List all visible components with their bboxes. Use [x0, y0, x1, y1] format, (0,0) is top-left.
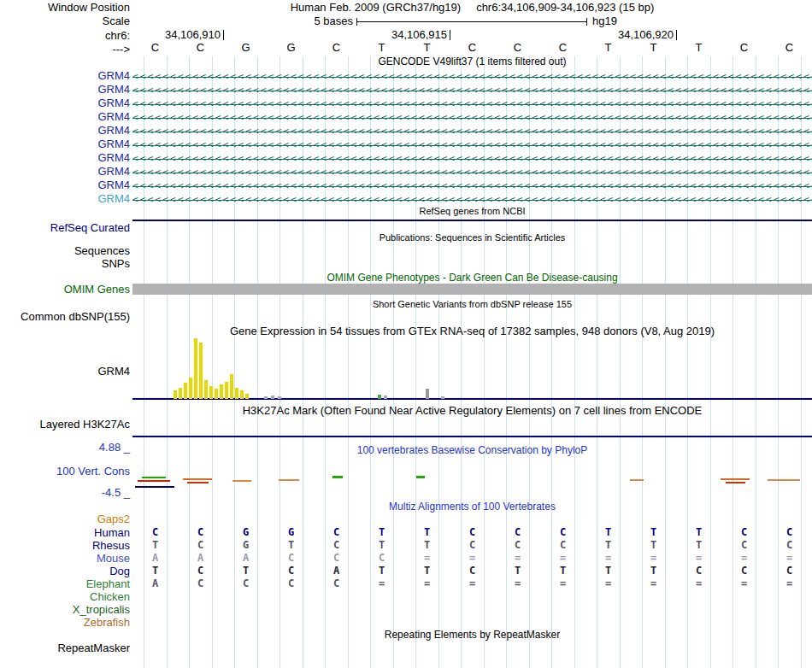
gtex-expression-bar[interactable]	[194, 338, 197, 399]
conservation-mark	[138, 480, 170, 482]
gtex-gene-label[interactable]: GRM4	[0, 366, 130, 377]
gencode-transcript-label[interactable]: GRM4	[0, 166, 130, 177]
omim-track-header[interactable]: OMIM Gene Phenotypes - Dark Green Can Be…	[132, 272, 812, 284]
ruler-tick	[676, 30, 677, 40]
gtex-expression-bar[interactable]	[209, 386, 213, 399]
alignment-base: T	[268, 539, 314, 552]
multiz-species-label[interactable]: Human	[0, 527, 130, 538]
gtex-expression-bar[interactable]	[378, 395, 381, 399]
refseq-track-header[interactable]: RefSeq genes from NCBI	[132, 206, 812, 217]
gtex-expression-bar[interactable]	[225, 382, 228, 399]
gtex-expression-bar[interactable]	[384, 396, 387, 399]
gtex-expression-bar[interactable]	[426, 389, 429, 399]
gencode-transcript-row[interactable]: <<<<<<<<<<<<<<<<<<<<<<<<<<<<<<<<<<<<<<<<…	[132, 179, 812, 193]
assembly-name: Human Feb. 2009 (GRCh37/hg19)	[291, 2, 461, 13]
gencode-transcript-row[interactable]: <<<<<<<<<<<<<<<<<<<<<<<<<<<<<<<<<<<<<<<<…	[132, 84, 812, 97]
conservation-mark	[721, 478, 750, 480]
multiz-track-header[interactable]: Multiz Alignments of 100 Vertebrates	[132, 501, 812, 513]
alignment-base: T	[359, 539, 404, 552]
gtex-expression-bar[interactable]	[189, 378, 192, 399]
snps-label[interactable]: SNPs	[0, 258, 130, 269]
gencode-transcript-label[interactable]: GRM4	[0, 84, 130, 95]
gencode-transcript-label[interactable]: GRM4	[0, 111, 130, 122]
gtex-expression-bar[interactable]	[240, 390, 244, 399]
gencode-transcript-row[interactable]: <<<<<<<<<<<<<<<<<<<<<<<<<<<<<<<<<<<<<<<<…	[132, 152, 812, 166]
gtex-expression-bar[interactable]	[245, 394, 249, 399]
refseq-curated-track-line[interactable]	[132, 220, 812, 221]
conservation-mark	[332, 476, 343, 478]
gtex-expression-bar[interactable]	[235, 388, 238, 399]
repeatmasker-label[interactable]: RepeatMasker	[0, 642, 130, 653]
multiz-species-label[interactable]: Elephant	[0, 578, 130, 589]
gtex-expression-bar[interactable]	[441, 396, 444, 399]
gencode-transcript-label[interactable]: GRM4	[0, 152, 130, 163]
multiz-species-label[interactable]: Rhesus	[0, 540, 130, 551]
gtex-expression-bar[interactable]	[264, 396, 268, 399]
conservation-mark	[768, 479, 800, 481]
gtex-expression-bar[interactable]	[215, 389, 218, 399]
ruler-base-letter: C	[178, 42, 223, 54]
scale-bar-left-tick	[356, 18, 357, 26]
repeatmasker-track-header[interactable]: Repeating Elements by RepeatMasker	[132, 630, 812, 641]
omim-genes-label[interactable]: OMIM Genes	[0, 284, 130, 295]
h3k27ac-track-header[interactable]: H3K27Ac Mark (Often Found Near Active Re…	[132, 405, 812, 416]
gencode-transcript-row[interactable]: <<<<<<<<<<<<<<<<<<<<<<<<<<<<<<<<<<<<<<<<…	[132, 193, 812, 207]
multiz-species-label[interactable]: X_tropicalis	[0, 604, 130, 615]
gencode-transcript-row[interactable]: <<<<<<<<<<<<<<<<<<<<<<<<<<<<<<<<<<<<<<<<…	[132, 70, 812, 84]
gtex-expression-bar[interactable]	[179, 388, 182, 399]
publications-track-header[interactable]: Publications: Sequences in Scientific Ar…	[132, 232, 812, 243]
alignment-base: C	[721, 565, 767, 577]
gencode-transcript-row[interactable]: <<<<<<<<<<<<<<<<<<<<<<<<<<<<<<<<<<<<<<<<…	[132, 166, 812, 179]
gencode-track-header[interactable]: GENCODE V49lift37 (1 items filtered out)	[132, 56, 812, 67]
conservation-track-header[interactable]: 100 vertebrates Basewise Conservation by…	[132, 445, 812, 456]
conservation-mark	[232, 480, 251, 482]
alignment-base: T	[132, 539, 178, 552]
conservation-track-label[interactable]: 100 Vert. Cons	[0, 466, 130, 477]
alignment-base: C	[495, 539, 540, 552]
gtex-expression-bar[interactable]	[184, 383, 187, 399]
refseq-curated-label[interactable]: RefSeq Curated	[0, 222, 130, 233]
gtex-expression-bar[interactable]	[220, 384, 223, 399]
alignment-base: C	[676, 565, 721, 577]
dbsnp-track-header[interactable]: Short Genetic Variants from dbSNP releas…	[132, 299, 812, 310]
gtex-expression-bar[interactable]	[204, 380, 208, 399]
chromosome-label: chr6:	[0, 30, 130, 41]
alignment-base: C	[767, 539, 812, 552]
gtex-expression-bar[interactable]	[230, 374, 233, 399]
sequences-label[interactable]: Sequences	[0, 245, 130, 256]
common-dbsnp-label[interactable]: Common dbSNP(155)	[0, 311, 130, 322]
scale-bar-right-tick	[586, 18, 587, 26]
gencode-transcript-row[interactable]: <<<<<<<<<<<<<<<<<<<<<<<<<<<<<<<<<<<<<<<<…	[132, 138, 812, 152]
alignment-base: T	[631, 539, 676, 552]
gtex-expression-bar[interactable]	[278, 396, 281, 399]
omim-genes-bar[interactable]	[132, 284, 812, 295]
gencode-transcript-row[interactable]: <<<<<<<<<<<<<<<<<<<<<<<<<<<<<<<<<<<<<<<<…	[132, 125, 812, 138]
multiz-species-label[interactable]: Chicken	[0, 591, 130, 602]
multiz-species-label[interactable]: Zebrafish	[0, 617, 130, 628]
alignment-base: A	[223, 552, 268, 565]
gtex-track-header[interactable]: Gene Expression in 54 tissues from GTEx …	[132, 325, 812, 337]
multiz-species-label[interactable]: Dog	[0, 565, 130, 577]
gtex-expression-bar[interactable]	[174, 390, 177, 399]
gencode-transcript-row[interactable]: <<<<<<<<<<<<<<<<<<<<<<<<<<<<<<<<<<<<<<<<…	[132, 111, 812, 125]
alignment-base: T	[495, 565, 540, 577]
multiz-gaps-label[interactable]: Gaps2	[0, 513, 130, 524]
alignment-base: C	[314, 577, 359, 590]
ruler-tick	[450, 30, 450, 40]
gtex-expression-bar[interactable]	[199, 343, 203, 399]
multiz-species-label[interactable]: Mouse	[0, 553, 130, 564]
gtex-expression-bar[interactable]	[271, 396, 274, 399]
alignment-base: A	[132, 552, 178, 565]
ruler-base-letter: C	[767, 42, 812, 54]
gencode-transcript-row[interactable]: <<<<<<<<<<<<<<<<<<<<<<<<<<<<<<<<<<<<<<<<…	[132, 97, 812, 111]
gencode-transcript-label[interactable]: GRM4	[0, 125, 130, 136]
gencode-transcript-label[interactable]: GRM4	[0, 97, 130, 108]
gencode-transcript-label[interactable]: GRM4	[0, 70, 130, 81]
ruler-base-letter: C	[314, 42, 359, 54]
layered-h3k27ac-label[interactable]: Layered H3K27Ac	[0, 419, 130, 430]
gencode-transcript-label[interactable]: GRM4	[0, 193, 130, 204]
gencode-transcript-label[interactable]: GRM4	[0, 138, 130, 149]
alignment-base: =	[495, 577, 540, 590]
alignment-base: =	[540, 552, 585, 565]
gencode-transcript-label[interactable]: GRM4	[0, 179, 130, 190]
